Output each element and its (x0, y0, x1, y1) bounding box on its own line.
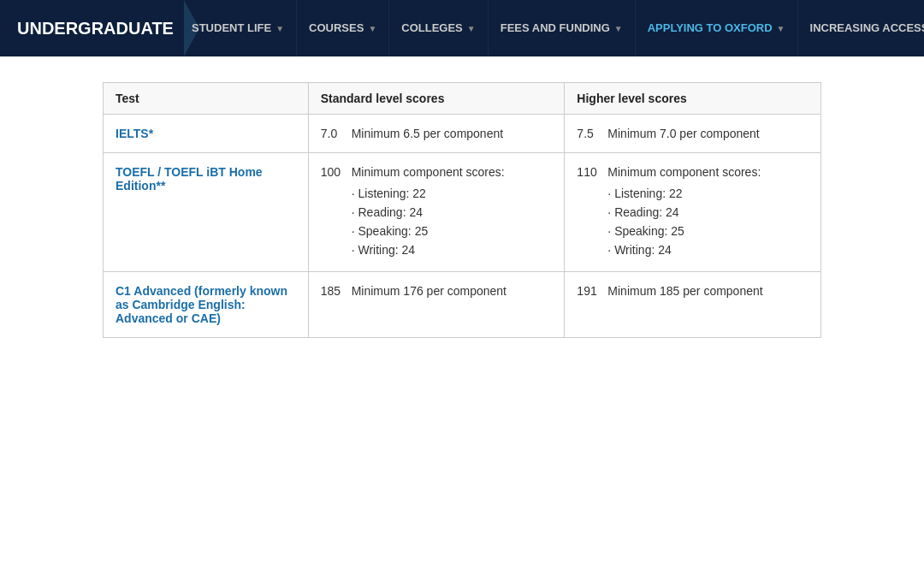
cell-higher-score: 7.5Minimum 7.0 per component (565, 115, 821, 153)
test-link[interactable]: TOEFL / TOEFL iBT Home Edition** (116, 165, 263, 193)
higher-bullets: Listening: 22Reading: 24Speaking: 25Writ… (607, 184, 761, 259)
nav-item-label: APPLYING TO OXFORD (648, 21, 773, 36)
nav-item-student-life[interactable]: STUDENT LIFE▼ (180, 0, 297, 56)
cell-test-name: IELTS* (104, 115, 309, 153)
standard-score-group: 7.0Minimum 6.5 per component (321, 127, 553, 140)
higher-score-desc: Minimum 185 per component (607, 284, 762, 298)
nav-caret-icon: ▼ (614, 23, 623, 34)
standard-score-number: 100 (321, 165, 348, 179)
table-row: TOEFL / TOEFL iBT Home Edition**100Minim… (104, 153, 821, 272)
test-link[interactable]: IELTS* (116, 127, 153, 140)
cell-test-name: C1 Advanced (formerly known as Cambridge… (104, 272, 309, 338)
higher-score-group: 110Minimum component scores:Listening: 2… (577, 165, 808, 259)
nav-item-label: COURSES (309, 21, 364, 36)
nav-caret-icon: ▼ (777, 23, 785, 34)
higher-score-number: 7.5 (577, 127, 604, 140)
standard-score-number: 185 (321, 284, 348, 298)
nav-caret-icon: ▼ (467, 23, 476, 34)
col-header-test: Test (104, 83, 309, 115)
standard-score-number: 7.0 (321, 127, 348, 140)
nav-caret-icon: ▼ (368, 23, 376, 34)
nav-item-colleges[interactable]: COLLEGES▼ (389, 0, 488, 56)
higher-score-desc: Minimum component scores:Listening: 22Re… (607, 165, 761, 259)
list-item: Reading: 24 (607, 203, 761, 222)
higher-score-group: 191Minimum 185 per component (577, 284, 808, 298)
higher-score-number: 191 (577, 284, 604, 298)
nav-items-container: STUDENT LIFE▼COURSES▼COLLEGES▼FEES AND F… (180, 0, 924, 56)
brand-label: UNDERGRADUATE (17, 19, 174, 39)
nav-item-applying[interactable]: APPLYING TO OXFORD▼ (636, 0, 798, 56)
standard-score-desc: Minimum 6.5 per component (352, 127, 503, 140)
list-item: Speaking: 25 (352, 222, 505, 240)
higher-score-desc: Minimum 7.0 per component (607, 127, 759, 140)
standard-score-desc: Minimum 176 per component (352, 284, 506, 298)
list-item: Listening: 22 (607, 184, 761, 203)
nav-item-label: INCREASING ACCESS (810, 21, 924, 36)
nav-item-label: STUDENT LIFE (192, 21, 271, 36)
higher-score-group: 7.5Minimum 7.0 per component (577, 127, 808, 140)
nav-caret-icon: ▼ (275, 23, 284, 34)
nav-item-label: FEES AND FUNDING (500, 21, 610, 36)
cell-standard-score: 100Minimum component scores:Listening: 2… (308, 153, 565, 272)
main-content: Test Standard level scores Higher level … (0, 56, 924, 372)
list-item: Speaking: 25 (607, 222, 761, 240)
table-row: IELTS*7.0Minimum 6.5 per component7.5Min… (104, 115, 821, 153)
standard-bullets: Listening: 22Reading: 24Speaking: 25Writ… (352, 184, 505, 259)
higher-score-number: 110 (577, 165, 604, 179)
cell-higher-score: 191Minimum 185 per component (565, 272, 821, 338)
main-navigation: UNDERGRADUATE STUDENT LIFE▼COURSES▼COLLE… (0, 0, 924, 56)
site-brand: UNDERGRADUATE (0, 0, 180, 56)
cell-test-name: TOEFL / TOEFL iBT Home Edition** (104, 153, 309, 272)
nav-item-fees-funding[interactable]: FEES AND FUNDING▼ (489, 0, 636, 56)
col-header-standard: Standard level scores (308, 83, 565, 115)
list-item: Writing: 24 (607, 240, 761, 259)
test-link[interactable]: C1 Advanced (formerly known as Cambridge… (116, 284, 287, 325)
col-header-higher: Higher level scores (565, 83, 821, 115)
scores-table: Test Standard level scores Higher level … (103, 82, 821, 338)
list-item: Writing: 24 (352, 240, 505, 259)
nav-item-label: COLLEGES (401, 21, 463, 36)
list-item: Listening: 22 (352, 184, 505, 203)
standard-score-group: 185Minimum 176 per component (321, 284, 553, 298)
table-row: C1 Advanced (formerly known as Cambridge… (104, 272, 821, 338)
nav-item-courses[interactable]: COURSES▼ (297, 0, 389, 56)
nav-item-increasing-access[interactable]: INCREASING ACCESS (798, 0, 924, 56)
cell-standard-score: 185Minimum 176 per component (308, 272, 565, 338)
cell-higher-score: 110Minimum component scores:Listening: 2… (565, 153, 821, 272)
standard-score-desc: Minimum component scores:Listening: 22Re… (352, 165, 505, 259)
cell-standard-score: 7.0Minimum 6.5 per component (308, 115, 565, 153)
standard-score-group: 100Minimum component scores:Listening: 2… (321, 165, 553, 259)
list-item: Reading: 24 (352, 203, 505, 222)
